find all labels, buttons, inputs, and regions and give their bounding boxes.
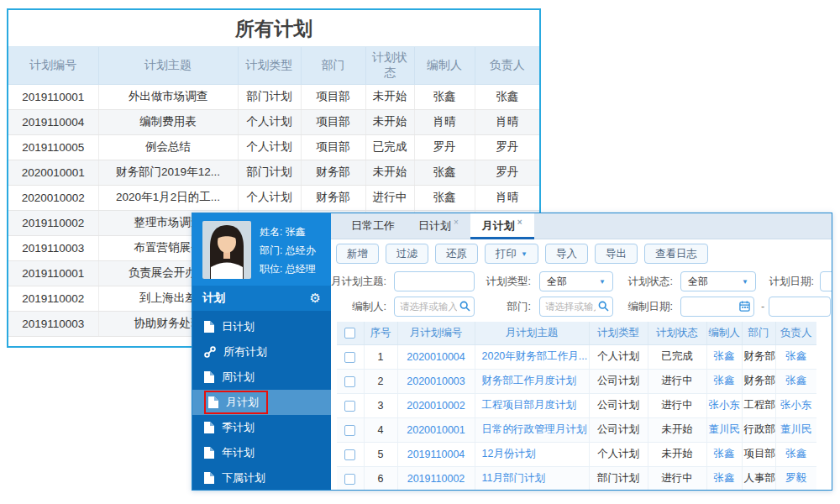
sidebar-item-month-plan[interactable]: 月计划	[192, 390, 331, 415]
table-header-row: 序号 月计划编号 月计划主题 计划类型 计划状态 编制人 部门 负责人	[337, 322, 816, 344]
col-plan-type: 计划类型	[238, 47, 301, 84]
sidebar: 姓名: 张鑫 部门: 总经办 职位: 总经理 计划 ⚙ 日计划 所有计划 周计划…	[192, 213, 331, 490]
profile-dept: 部门: 总经办	[260, 241, 316, 260]
all-plans-title: 所有计划	[8, 10, 539, 47]
link-icon	[204, 346, 216, 358]
col-plan-no: 计划编号	[8, 47, 98, 84]
content-area: 日常工作 日计划× 月计划× 新增 过滤 还原 打印▼ 导入 导出 查看日志 月…	[331, 213, 832, 490]
col-plan-status: 计划状态	[648, 322, 706, 344]
table-row[interactable]: 22020010003财务部工作月度计划公司计划进行中张鑫财务部张鑫	[337, 369, 816, 393]
table-row[interactable]: 2019110005例会总结个人计划项目部已完成罗丹罗丹	[8, 134, 539, 160]
table-row[interactable]: 32020010002工程项目部月度计划公司计划进行中张小东工程部张小东	[337, 393, 816, 417]
tab-bar: 日常工作 日计划× 月计划×	[331, 213, 832, 239]
table-row[interactable]: 2019110004编制费用表个人计划项目部未开始肖晴肖晴	[8, 109, 539, 134]
col-creator: 编制人	[706, 322, 742, 344]
print-button[interactable]: 打印▼	[485, 244, 538, 264]
month-plan-table: 序号 月计划编号 月计划主题 计划类型 计划状态 编制人 部门 负责人 1202…	[337, 322, 816, 490]
reset-button[interactable]: 还原	[435, 244, 478, 264]
toolbar: 新增 过滤 还原 打印▼ 导入 导出 查看日志	[331, 239, 832, 268]
table-row[interactable]: 20200100022020年1月2日的工...个人计划财务部进行中张鑫肖晴	[8, 185, 539, 210]
sidebar-item-quarter-plan[interactable]: 季计划	[192, 415, 331, 440]
filter-button[interactable]: 过滤	[386, 244, 428, 264]
col-plan-status: 计划状态	[365, 47, 414, 84]
col-creator: 编制人	[414, 47, 475, 84]
sidebar-section-plan: 计划 ⚙	[192, 286, 331, 311]
row-checkbox[interactable]	[344, 352, 355, 363]
col-plan-type: 计划类型	[589, 322, 648, 344]
sidebar-item-day-plan[interactable]: 日计划	[192, 314, 331, 339]
tab-daily-work[interactable]: 日常工作	[339, 213, 407, 239]
row-checkbox[interactable]	[344, 401, 355, 412]
row-checkbox[interactable]	[344, 474, 355, 485]
calendar-icon[interactable]	[739, 301, 750, 314]
sidebar-item-week-plan[interactable]: 周计划	[192, 365, 331, 390]
row-checkbox[interactable]	[344, 449, 355, 460]
close-icon[interactable]: ×	[517, 218, 522, 227]
create-date-input-field	[680, 297, 754, 317]
plan-type-label: 计划类型:	[457, 271, 531, 291]
select-all-checkbox-cell	[337, 322, 364, 344]
col-owner: 负责人	[775, 322, 816, 344]
col-plan-subject: 计划主题	[98, 47, 238, 84]
avatar	[202, 221, 251, 279]
export-button[interactable]: 导出	[595, 244, 638, 264]
table-row[interactable]: 2020010001财务部门2019年12...部门计划财务部未开始张鑫罗丹	[8, 160, 539, 185]
date-range-separator: -	[759, 297, 767, 317]
file-icon	[204, 472, 214, 484]
row-checkbox[interactable]	[344, 425, 355, 436]
col-index: 序号	[364, 322, 397, 344]
table-row[interactable]: 120200100042020年财务部工作月...个人计划已完成张鑫财务部张鑫	[337, 344, 816, 369]
col-dept: 部门	[742, 322, 775, 344]
table-row[interactable]: 6201911000211月部门计划部门计划进行中张鑫人事部罗毅	[337, 466, 816, 490]
table-header-row: 计划编号 计划主题 计划类型 部门 计划状态 编制人 负责人	[8, 47, 539, 84]
add-button[interactable]: 新增	[336, 244, 379, 264]
dept-input-field	[539, 297, 613, 317]
dept-label: 部门:	[457, 297, 531, 317]
create-date-end-input-field	[769, 297, 831, 317]
table-row[interactable]: 5201911000412月份计划个人计划未开始张鑫项目部张鑫	[337, 442, 816, 466]
plan-date-label: 计划日期:	[755, 271, 814, 291]
sidebar-item-year-plan[interactable]: 年计划	[192, 440, 331, 465]
sidebar-item-all-plans[interactable]: 所有计划	[192, 339, 331, 365]
plan-type-select[interactable]: 全部▼	[539, 271, 613, 291]
sidebar-item-subordinate-plan[interactable]: 下属计划	[192, 465, 331, 491]
col-owner: 负责人	[475, 47, 539, 84]
create-date-end-input[interactable]	[769, 297, 831, 317]
sidebar-section-label: 计划	[202, 291, 225, 306]
creator-label: 编制人:	[331, 297, 386, 317]
close-icon[interactable]: ×	[454, 218, 459, 227]
caret-down-icon: ▼	[521, 250, 528, 258]
plan-status-select[interactable]: 全部▼	[680, 271, 756, 291]
col-month-plan-no: 月计划编号	[397, 322, 475, 344]
plan-date-input-field	[820, 271, 832, 291]
profile-name: 姓名: 张鑫	[260, 223, 316, 241]
row-checkbox[interactable]	[344, 376, 355, 387]
tab-month-plan[interactable]: 月计划×	[470, 213, 534, 239]
gear-icon[interactable]: ⚙	[310, 291, 321, 306]
file-icon	[208, 396, 218, 408]
create-date-label: 编制日期:	[608, 297, 673, 317]
month-plan-panel: 姓名: 张鑫 部门: 总经办 职位: 总经理 计划 ⚙ 日计划 所有计划 周计划…	[192, 213, 832, 491]
file-icon	[204, 321, 214, 333]
col-dept: 部门	[301, 47, 365, 84]
table-row[interactable]: 42020010001日常的行政管理月计划公司计划未开始董川民行政部董川民	[337, 417, 816, 442]
month-plan-highlight-box: 月计划	[204, 391, 268, 414]
tab-day-plan[interactable]: 日计划×	[407, 213, 470, 239]
col-month-plan-subject: 月计划主题	[475, 322, 589, 344]
table-row[interactable]: 2019110001外出做市场调查部门计划项目部未开始张鑫张鑫	[8, 84, 539, 109]
caret-down-icon: ▼	[742, 278, 748, 286]
subject-label: 月计划主题:	[331, 271, 386, 291]
sidebar-menu: 日计划 所有计划 周计划 月计划 季计划 年计划 下属计划	[192, 311, 331, 491]
caret-down-icon: ▼	[599, 278, 606, 286]
file-icon	[204, 447, 214, 459]
plan-status-label: 计划状态:	[608, 271, 673, 291]
plan-date-input[interactable]	[820, 271, 832, 291]
user-profile: 姓名: 张鑫 部门: 总经办 职位: 总经理	[192, 213, 331, 286]
import-button[interactable]: 导入	[545, 244, 588, 264]
file-icon	[204, 371, 214, 383]
select-all-checkbox[interactable]	[344, 328, 355, 339]
profile-position: 职位: 总经理	[260, 260, 316, 278]
file-icon	[204, 422, 214, 433]
view-log-button[interactable]: 查看日志	[644, 244, 708, 264]
filter-area: 月计划主题: 计划类型: 全部▼ 计划状态: 全部▼ 计划日期: 编制人: 部门…	[331, 268, 832, 320]
